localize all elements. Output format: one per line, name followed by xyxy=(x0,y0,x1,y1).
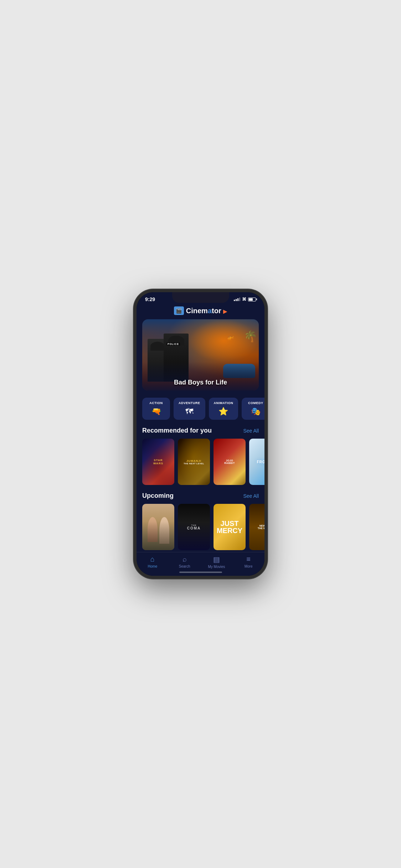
phone-screen: 9:29 ⌘ 🎬 Cinemat xyxy=(137,292,264,576)
upcoming-header: Upcoming See All xyxy=(137,492,264,504)
action-icon: 🔫 xyxy=(151,407,161,416)
signal-icon xyxy=(234,298,240,301)
app-header: 🎬 Cinemator ▶ xyxy=(137,304,264,319)
tab-home[interactable]: ⌂ Home xyxy=(137,555,169,569)
status-time: 9:29 xyxy=(145,296,155,302)
featured-overlay xyxy=(142,362,259,391)
movie-card-news[interactable]: NEWS OFTHE WORLD xyxy=(249,504,264,550)
tab-home-label: Home xyxy=(148,564,158,568)
animation-icon: ⭐ xyxy=(219,407,228,416)
genre-animation[interactable]: ANIMATION ⭐ xyxy=(209,398,238,420)
featured-movie-title: Bad Boys for Life xyxy=(142,379,259,386)
recommended-header: Recommended for you See All xyxy=(137,427,264,439)
phone-notch xyxy=(172,292,229,303)
movie-card-justmercy[interactable]: JUST MERCY xyxy=(214,504,246,550)
genre-comedy[interactable]: COMEDY 🎭 xyxy=(242,398,264,420)
tab-search[interactable]: ⌕ Search xyxy=(169,555,201,569)
recommended-movies-row: STAR WARS JUMANJI THE NEXT LEVEL xyxy=(137,439,264,492)
movie-card-starwars[interactable]: STAR WARS xyxy=(142,439,174,485)
tab-more[interactable]: ≡ More xyxy=(232,555,264,569)
adventure-icon: 🗺 xyxy=(185,407,193,416)
genre-action[interactable]: ACTION 🔫 xyxy=(142,398,170,420)
featured-banner[interactable]: POLICE 🚁 🌴 Bad Boys for Life xyxy=(142,319,259,391)
app-logo: 🎬 Cinemator ▶ xyxy=(174,306,227,315)
home-icon: ⌂ xyxy=(150,555,155,563)
main-scroll-area[interactable]: POLICE 🚁 🌴 Bad Boys for Life ACTION xyxy=(137,319,264,552)
recommended-title: Recommended for you xyxy=(142,427,212,434)
phone-frame: 9:29 ⌘ 🎬 Cinemat xyxy=(134,289,267,579)
recommended-see-all[interactable]: See All xyxy=(243,428,259,434)
comedy-icon: 🎭 xyxy=(251,407,261,416)
battery-icon xyxy=(248,298,256,301)
logo-clapboard-icon: 🎬 xyxy=(174,306,184,315)
upcoming-see-all[interactable]: See All xyxy=(243,493,259,499)
genre-adventure[interactable]: ADVENTURE 🗺 xyxy=(174,398,205,420)
home-indicator xyxy=(179,572,222,573)
tab-search-label: Search xyxy=(179,564,190,568)
wifi-icon: ⌘ xyxy=(242,297,246,302)
search-icon: ⌕ xyxy=(182,555,187,563)
mymovies-icon: ▤ xyxy=(213,555,220,564)
movie-card-coma[interactable]: THE COMA xyxy=(178,504,210,550)
movie-card-frozen[interactable]: FROZEN xyxy=(249,439,264,485)
movie-card-jojorabbit[interactable]: JOJO RABBIT xyxy=(214,439,246,485)
upcoming-title: Upcoming xyxy=(142,492,174,500)
genre-section: ACTION 🔫 ADVENTURE 🗺 ANIMATION ⭐ COMEDY … xyxy=(137,398,264,427)
movie-card-bombshell[interactable] xyxy=(142,504,174,550)
movie-card-jumanji[interactable]: JUMANJI THE NEXT LEVEL xyxy=(178,439,210,485)
tab-mymovies-label: My Movies xyxy=(208,565,225,569)
upcoming-movies-row: THE COMA JUST MERCY xyxy=(137,504,264,552)
more-icon: ≡ xyxy=(246,555,251,563)
app-name: Cinemator ▶ xyxy=(186,307,227,315)
status-icons: ⌘ xyxy=(234,297,256,302)
tab-mymovies[interactable]: ▤ My Movies xyxy=(201,555,233,569)
tab-more-label: More xyxy=(245,564,253,568)
